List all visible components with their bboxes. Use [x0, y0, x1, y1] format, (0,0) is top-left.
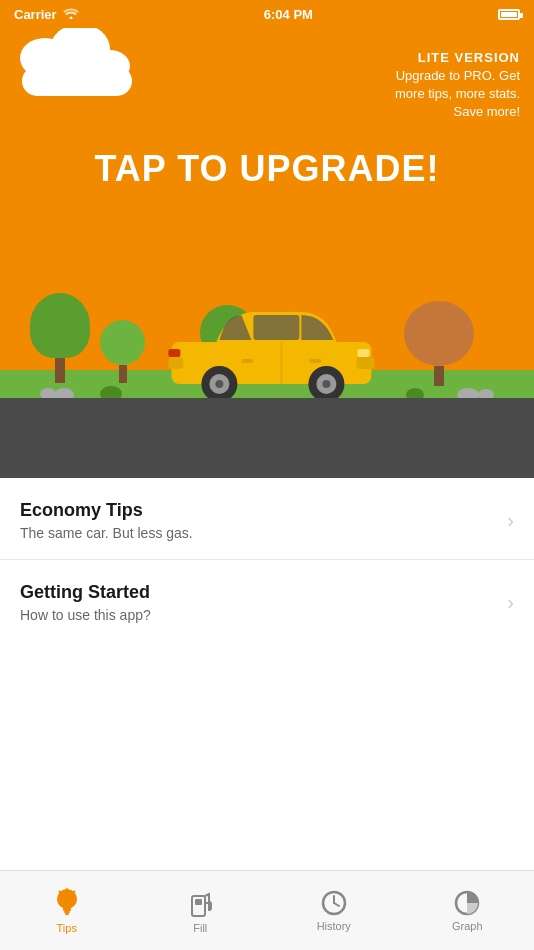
- tab-history[interactable]: History: [267, 871, 401, 950]
- svg-rect-18: [65, 913, 69, 915]
- status-bar: Carrier 6:04 PM: [0, 0, 534, 28]
- history-icon: [321, 890, 347, 916]
- tab-tips[interactable]: Tips: [0, 871, 134, 950]
- svg-line-20: [73, 891, 75, 893]
- chevron-right-icon: ›: [507, 509, 514, 532]
- tab-fill[interactable]: Fill: [134, 871, 268, 950]
- content-area: Economy Tips The same car. But less gas.…: [0, 478, 534, 641]
- svg-rect-1: [253, 315, 299, 340]
- upgrade-text: LITE VERSION Upgrade to PRO. Getmore tip…: [395, 50, 520, 122]
- status-left: Carrier: [14, 7, 79, 22]
- svg-rect-13: [309, 359, 321, 363]
- svg-rect-6: [168, 349, 180, 357]
- svg-point-12: [215, 380, 223, 388]
- getting-started-text: Getting Started How to use this app?: [20, 582, 151, 623]
- tap-to-upgrade-label[interactable]: TAP TO UPGRADE!: [0, 148, 534, 190]
- tree-right: [404, 301, 474, 386]
- tab-bar: Tips Fill History Graph: [0, 870, 534, 950]
- wifi-icon: [63, 7, 79, 22]
- economy-tips-row[interactable]: Economy Tips The same car. But less gas.…: [0, 478, 534, 560]
- chevron-right-icon-2: ›: [507, 591, 514, 614]
- svg-rect-17: [64, 911, 70, 913]
- getting-started-row[interactable]: Getting Started How to use this app? ›: [0, 560, 534, 641]
- svg-rect-16: [63, 908, 71, 911]
- svg-rect-23: [195, 899, 202, 905]
- svg-rect-3: [356, 357, 374, 369]
- getting-started-desc: How to use this app?: [20, 607, 151, 623]
- lightbulb-icon: [54, 888, 80, 918]
- road: [0, 398, 534, 478]
- car-illustration: [161, 292, 381, 406]
- battery-icon: [498, 9, 520, 20]
- tab-graph-label: Graph: [452, 920, 483, 932]
- tab-graph[interactable]: Graph: [401, 871, 535, 950]
- economy-tips-desc: The same car. But less gas.: [20, 525, 193, 541]
- hero-banner[interactable]: LITE VERSION Upgrade to PRO. Getmore tip…: [0, 28, 534, 478]
- scene-illustration: [0, 258, 534, 478]
- graph-icon: [454, 890, 480, 916]
- upgrade-description: Upgrade to PRO. Getmore tips, more stats…: [395, 67, 520, 122]
- economy-tips-text: Economy Tips The same car. But less gas.: [20, 500, 193, 541]
- svg-rect-5: [168, 357, 183, 369]
- svg-line-26: [334, 903, 339, 906]
- tab-history-label: History: [317, 920, 351, 932]
- tree-small-left: [100, 320, 145, 383]
- getting-started-title: Getting Started: [20, 582, 151, 603]
- tab-fill-label: Fill: [193, 922, 207, 934]
- cloud-decoration: [12, 46, 142, 116]
- svg-line-21: [59, 891, 61, 893]
- svg-rect-4: [357, 349, 369, 357]
- svg-point-9: [322, 380, 330, 388]
- svg-rect-14: [241, 359, 253, 363]
- gas-pump-icon: [187, 888, 213, 918]
- tab-tips-label: Tips: [57, 922, 77, 934]
- tree-left: [30, 293, 90, 383]
- carrier-label: Carrier: [14, 7, 57, 22]
- economy-tips-title: Economy Tips: [20, 500, 193, 521]
- clock: 6:04 PM: [264, 7, 313, 22]
- lite-version-label: LITE VERSION: [395, 50, 520, 65]
